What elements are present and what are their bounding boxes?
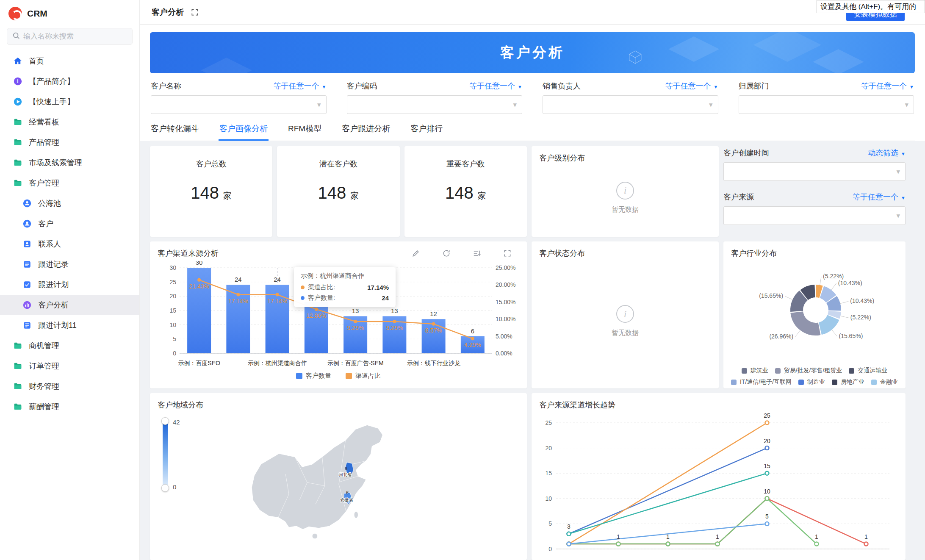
filter-operator-dropdown[interactable]: 等于任意一个 — [853, 192, 906, 202]
map-visual-scale[interactable]: 42 0 — [163, 421, 168, 488]
legend-item[interactable]: 交通运输业 — [849, 367, 887, 374]
sidebar-item-label: 跟进计划 — [38, 280, 69, 290]
svg-text:15.00%: 15.00% — [496, 299, 515, 305]
sidebar-item[interactable]: 跟进记录 — [0, 254, 139, 274]
edit-icon[interactable] — [404, 249, 428, 258]
sidebar-item[interactable]: 经营看板 — [0, 112, 139, 132]
legend-swatch — [849, 368, 854, 374]
sidebar-item[interactable]: 首页 — [0, 51, 139, 71]
chevron-down-icon — [901, 193, 906, 202]
growth-line-chart[interactable]: 0510152025311125201510511 — [532, 413, 906, 555]
china-map[interactable]: 6河北省6安徽省 — [239, 414, 412, 554]
legend-item[interactable]: 渠道占比 — [346, 372, 381, 380]
svg-text:(26.96%): (26.96%) — [769, 333, 793, 340]
chevron-down-icon — [896, 211, 900, 220]
tab-followup-analysis[interactable]: 客户跟进分析 — [341, 119, 391, 141]
sidebar-item[interactable]: 客户 — [0, 213, 139, 234]
fullscreen-icon[interactable] — [496, 249, 519, 258]
info-icon — [616, 182, 634, 200]
svg-text:(5.22%): (5.22%) — [823, 273, 844, 280]
sidebar-search-input[interactable] — [23, 32, 127, 41]
analysis-tabs: 客户转化漏斗 客户画像分析 RFM模型 客户跟进分析 客户排行 — [150, 119, 915, 141]
channel-chart-legend: 客户数量 渠道占比 — [150, 370, 527, 385]
sidebar-item-label: 客户管理 — [29, 178, 59, 188]
browser-settings-tooltip: 设置及其他 (Alt+F)。有可用的 — [817, 0, 925, 13]
filter-label: 归属部门 — [739, 81, 769, 91]
sort-icon[interactable] — [465, 249, 489, 258]
sidebar-item[interactable]: 商机管理 — [0, 335, 139, 356]
sidebar-item[interactable]: 跟进计划 — [0, 274, 139, 295]
legend-item[interactable]: 制造业 — [798, 378, 825, 386]
svg-text:0: 0 — [173, 350, 176, 357]
svg-text:3: 3 — [567, 523, 571, 530]
filter-operator-dropdown[interactable]: 等于任意一个 — [274, 81, 327, 91]
rocket-icon — [13, 97, 23, 107]
sidebar-item[interactable]: 市场及线索管理 — [0, 152, 139, 173]
filter-customer-source: 客户来源 等于任意一个 — [723, 192, 906, 225]
svg-text:1: 1 — [864, 533, 868, 540]
filter-operator-dropdown[interactable]: 等于任意一个 — [861, 81, 914, 91]
svg-text:示例：百度SEO: 示例：百度SEO — [178, 360, 220, 366]
industry-legend: 建筑业贸易/批发/零售/租赁业交通运输业IT/通信/电子/互联网制造业房地产业金… — [723, 366, 906, 388]
legend-item[interactable]: IT/通信/电子/互联网 — [731, 378, 792, 386]
tooltip-row: 客户数量: 24 — [301, 294, 389, 302]
svg-text:10: 10 — [169, 322, 176, 328]
sales-owner-select[interactable] — [543, 95, 718, 114]
filter-operator-dropdown[interactable]: 动态筛选 — [868, 148, 906, 158]
svg-text:5: 5 — [765, 513, 769, 520]
create-time-select[interactable] — [723, 162, 906, 181]
sidebar-item[interactable]: 公海池 — [0, 193, 139, 213]
sidebar-item[interactable]: 订单管理 — [0, 356, 139, 376]
tab-conversion-funnel[interactable]: 客户转化漏斗 — [150, 119, 200, 141]
legend-item[interactable]: 房地产业 — [832, 378, 864, 386]
filter-operator-dropdown[interactable]: 等于任意一个 — [469, 81, 522, 91]
customer-level-card: 客户级别分布 暂无数据 — [532, 146, 719, 237]
sidebar-item-label: 联系人 — [38, 239, 61, 249]
sidebar-item[interactable]: 【快速上手】 — [0, 91, 139, 112]
svg-text:25: 25 — [169, 279, 176, 286]
sidebar-item[interactable]: 联系人 — [0, 234, 139, 254]
refresh-icon[interactable] — [435, 249, 458, 258]
right-filter-panel: 客户创建时间 动态筛选 客户来源 等于任意一个 — [723, 146, 906, 237]
svg-text:20.00%: 20.00% — [496, 281, 515, 288]
svg-text:示例：杭州渠道商合作: 示例：杭州渠道商合作 — [248, 360, 307, 366]
customer-source-select[interactable] — [723, 206, 906, 225]
customer-name-select[interactable] — [151, 95, 327, 114]
chevron-down-icon — [901, 149, 906, 158]
legend-item[interactable]: 客户数量 — [296, 372, 331, 380]
tab-rfm-model[interactable]: RFM模型 — [287, 119, 322, 141]
legend-item[interactable]: 建筑业 — [742, 367, 768, 374]
sidebar-item[interactable]: 产品管理 — [0, 132, 139, 152]
tab-customer-ranking[interactable]: 客户排行 — [410, 119, 443, 141]
legend-item[interactable]: 金融业 — [871, 378, 898, 386]
app-logo-text: CRM — [27, 8, 47, 19]
customer-code-select[interactable] — [347, 95, 523, 114]
filter-customer-code: 客户编码 等于任意一个 — [347, 81, 523, 114]
sidebar-item[interactable]: 客户分析 — [0, 295, 139, 315]
sidebar-item[interactable]: 客户管理 — [0, 173, 139, 193]
scale-handle[interactable] — [161, 484, 169, 492]
sidebar-item[interactable]: 财务管理 — [0, 376, 139, 396]
svg-text:20: 20 — [169, 293, 176, 299]
industry-donut-chart[interactable]: (5.22%)(10.43%)(10.43%)(5.22%)(15.65%)(2… — [723, 261, 906, 366]
svg-text:25.00%: 25.00% — [496, 264, 515, 271]
filter-create-time: 客户创建时间 动态筛选 — [723, 148, 906, 181]
sidebar-item[interactable]: 跟进计划11 — [0, 315, 139, 335]
contacts-icon — [22, 239, 32, 249]
topbar-tab-customer-analysis[interactable]: 客户分析 — [152, 7, 184, 18]
sidebar-item-label: 跟进记录 — [38, 259, 69, 269]
department-select[interactable] — [739, 95, 914, 114]
tab-customer-profile[interactable]: 客户画像分析 — [219, 119, 269, 141]
sidebar-item-label: 产品管理 — [29, 137, 59, 147]
filter-operator-dropdown[interactable]: 等于任意一个 — [665, 81, 718, 91]
sidebar-item[interactable]: 薪酬管理 — [0, 396, 139, 417]
sidebar-item[interactable]: i【产品简介】 — [0, 71, 139, 91]
svg-text:30: 30 — [196, 261, 203, 266]
scale-handle[interactable] — [161, 417, 169, 425]
svg-text:(15.65%): (15.65%) — [839, 333, 863, 339]
fullscreen-icon[interactable] — [191, 8, 199, 17]
svg-text:24: 24 — [274, 276, 281, 283]
doc-icon — [22, 320, 32, 330]
sidebar-item-label: 薪酬管理 — [29, 402, 59, 412]
legend-item[interactable]: 贸易/批发/零售/租赁业 — [775, 367, 842, 374]
